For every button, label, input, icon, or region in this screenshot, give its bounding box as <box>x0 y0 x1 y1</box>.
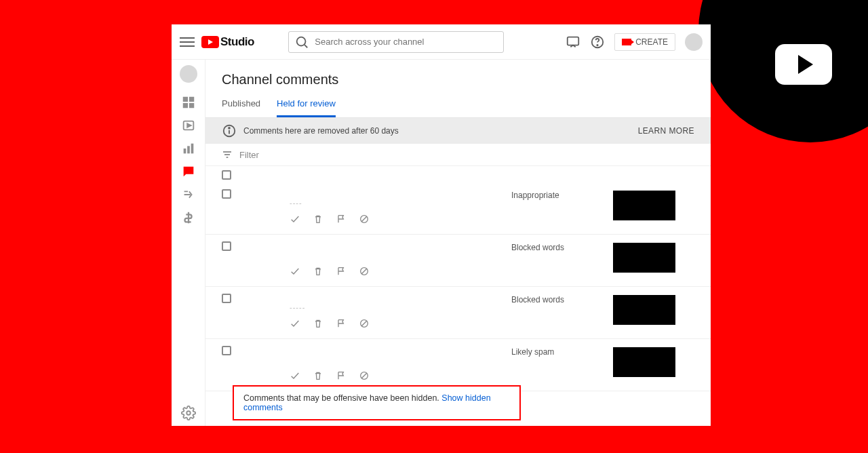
learn-more-link[interactable]: LEARN MORE <box>638 126 694 136</box>
sidebar-item-monetization[interactable] <box>181 210 196 225</box>
delete-icon[interactable] <box>313 318 323 329</box>
svg-line-28 <box>361 373 367 378</box>
comment-row: ---- Inappropriate <box>205 182 711 235</box>
svg-rect-6 <box>189 97 193 102</box>
svg-rect-5 <box>182 97 187 102</box>
svg-rect-7 <box>182 103 187 108</box>
hidden-notice-text: Comments that may be offensive have been… <box>243 393 441 403</box>
info-banner: Comments here are removed after 60 days … <box>205 118 711 144</box>
video-thumbnail[interactable] <box>613 347 675 377</box>
approve-icon[interactable] <box>290 370 300 381</box>
hidden-comments-notice: Comments that may be offensive have been… <box>233 385 521 420</box>
hold-reason: Inappropriate <box>511 189 606 200</box>
create-button[interactable]: CREATE <box>614 33 675 51</box>
svg-point-17 <box>229 127 230 129</box>
info-icon <box>222 123 237 138</box>
comment-row: Likely spam <box>205 339 711 391</box>
hold-reason: Blocked words <box>511 241 606 252</box>
filter-bar[interactable]: Filter <box>205 144 711 166</box>
comment-checkbox[interactable] <box>222 294 231 303</box>
studio-wordmark: Studio <box>220 35 254 49</box>
studio-app: Studio CREATE <box>172 24 711 426</box>
comment-checkbox[interactable] <box>222 189 231 199</box>
svg-rect-12 <box>187 146 190 153</box>
chat-icon[interactable] <box>566 35 580 50</box>
video-thumbnail[interactable] <box>613 295 675 325</box>
svg-point-0 <box>297 37 306 45</box>
approve-icon[interactable] <box>290 318 300 329</box>
select-all-checkbox[interactable] <box>222 170 231 180</box>
svg-line-1 <box>304 45 307 47</box>
comment-text-placeholder: ----- <box>249 303 505 311</box>
block-icon[interactable] <box>359 214 370 224</box>
hold-reason: Likely spam <box>511 346 606 357</box>
svg-line-22 <box>361 216 367 222</box>
sidebar-item-settings[interactable] <box>181 406 196 420</box>
video-thumbnail[interactable] <box>613 191 675 220</box>
approve-icon[interactable] <box>290 266 300 277</box>
sidebar-item-content[interactable] <box>181 118 196 133</box>
youtube-logo-icon <box>775 44 832 85</box>
report-icon[interactable] <box>336 214 347 224</box>
sidebar-item-subtitles[interactable] <box>181 187 196 202</box>
delete-icon[interactable] <box>313 266 323 277</box>
filter-label: Filter <box>239 150 259 160</box>
svg-point-4 <box>597 44 597 45</box>
app-header: Studio CREATE <box>172 24 711 60</box>
sidebar-item-dashboard[interactable] <box>181 95 196 110</box>
svg-rect-2 <box>568 37 579 45</box>
search-box[interactable] <box>288 31 504 53</box>
comment-text-placeholder: ---- <box>249 199 505 207</box>
sidebar-item-comments[interactable] <box>181 164 196 179</box>
main-content: Channel comments Published Held for revi… <box>205 60 711 426</box>
delete-icon[interactable] <box>313 214 323 224</box>
account-avatar[interactable] <box>685 33 703 51</box>
block-icon[interactable] <box>359 370 370 381</box>
comment-row: Blocked words <box>205 235 711 287</box>
svg-rect-13 <box>191 144 193 154</box>
delete-icon[interactable] <box>313 370 323 381</box>
approve-icon[interactable] <box>290 214 300 224</box>
tab-published[interactable]: Published <box>222 93 260 117</box>
svg-rect-8 <box>189 103 193 108</box>
help-icon[interactable] <box>590 35 605 50</box>
filter-icon <box>222 149 233 160</box>
svg-point-14 <box>186 411 191 415</box>
svg-line-24 <box>361 269 367 274</box>
sidebar-item-analytics[interactable] <box>181 141 196 156</box>
youtube-play-icon <box>201 36 219 48</box>
info-text: Comments here are removed after 60 days <box>243 126 399 136</box>
block-icon[interactable] <box>359 318 370 329</box>
svg-marker-10 <box>187 123 191 127</box>
video-thumbnail[interactable] <box>613 243 675 273</box>
tab-held-for-review[interactable]: Held for review <box>277 93 336 117</box>
comment-checkbox[interactable] <box>222 346 231 355</box>
comments-list: ---- Inappropriate Blocked words <box>205 182 711 391</box>
report-icon[interactable] <box>336 318 347 329</box>
create-label: CREATE <box>635 37 668 47</box>
svg-rect-11 <box>183 149 186 153</box>
comment-row: ----- Blocked words <box>205 287 711 339</box>
comment-checkbox[interactable] <box>222 241 231 251</box>
page-title: Channel comments <box>205 60 711 93</box>
hold-reason: Blocked words <box>511 294 606 304</box>
tabs: Published Held for review <box>205 93 711 118</box>
svg-line-26 <box>361 321 367 326</box>
sidebar <box>172 60 205 426</box>
report-icon[interactable] <box>336 266 347 277</box>
menu-icon[interactable] <box>180 35 195 50</box>
channel-avatar[interactable] <box>180 65 197 83</box>
studio-logo[interactable]: Studio <box>201 35 254 49</box>
block-icon[interactable] <box>359 266 370 277</box>
search-icon <box>294 35 309 50</box>
decorative-corner <box>698 0 868 142</box>
record-icon <box>622 39 631 45</box>
report-icon[interactable] <box>336 370 347 381</box>
search-input[interactable] <box>315 37 498 47</box>
